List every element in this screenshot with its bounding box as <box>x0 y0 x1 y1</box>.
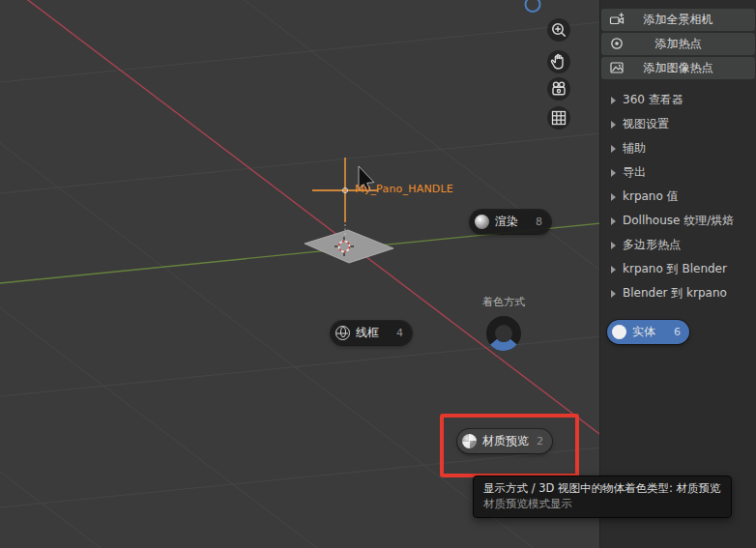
object-label: My_Pano_HANDLE <box>355 183 453 195</box>
zoom-gadget-button[interactable] <box>547 18 570 42</box>
add-image-hotspot-label: 添加图像热点 <box>644 60 713 76</box>
pie-item-render-label: 渲染 <box>495 214 518 230</box>
section-blender-to-krpano[interactable]: Blender 到 krpano <box>600 281 756 305</box>
side-panel: 添加全景相机 添加热点 添加图像热点 <box>599 0 756 548</box>
chevron-right-icon <box>611 97 616 104</box>
chevron-right-icon <box>611 217 616 225</box>
pie-item-solid-label: 实体 <box>632 324 655 340</box>
hotspot-icon <box>609 36 625 51</box>
chevron-right-icon <box>611 169 616 177</box>
section-export[interactable]: 导出 <box>600 160 756 185</box>
hand-icon <box>547 50 570 73</box>
pie-item-wireframe[interactable]: 线框 4 <box>331 321 412 345</box>
pie-item-wireframe-label: 线框 <box>356 325 379 341</box>
pie-menu-title: 着色方式 <box>455 295 552 309</box>
chevron-right-icon <box>611 145 616 153</box>
add-pano-camera-label: 添加全景相机 <box>644 12 713 28</box>
section-auxiliary[interactable]: 辅助 <box>600 136 756 160</box>
pie-item-material-preview[interactable]: 材质预览 2 <box>457 429 552 453</box>
chevron-right-icon <box>611 121 616 129</box>
chevron-right-icon <box>611 242 616 249</box>
add-pano-camera-button[interactable]: 添加全景相机 <box>601 9 755 31</box>
camera-icon <box>547 77 570 101</box>
image-hotspot-icon <box>609 60 625 75</box>
pie-item-wireframe-key: 4 <box>396 327 403 339</box>
pano-camera-icon <box>609 12 625 27</box>
add-hotspot-button[interactable]: 添加热点 <box>601 33 755 55</box>
add-hotspot-label: 添加热点 <box>655 36 702 52</box>
zoom-icon <box>547 18 570 42</box>
section-krpano-values[interactable]: krpano 值 <box>600 185 756 209</box>
add-image-hotspot-button[interactable]: 添加图像热点 <box>601 57 755 79</box>
section-krpano-to-blender[interactable]: krpano 到 Blender <box>600 257 756 281</box>
solid-sphere-icon <box>612 325 626 339</box>
chevron-right-icon <box>611 193 616 201</box>
section-view-settings[interactable]: 视图设置 <box>600 112 756 136</box>
pie-menu-direction-widget <box>482 312 525 355</box>
tooltip: 显示方式 / 3D 视图中的物体着色类型: 材质预览 材质预览模式显示 <box>473 476 732 518</box>
pie-item-solid-key: 6 <box>674 326 681 338</box>
section-dollhouse-bake[interactable]: Dollhouse 纹理/烘焙 <box>600 209 756 233</box>
tooltip-line1: 显示方式 / 3D 视图中的物体着色类型: 材质预览 <box>483 480 721 497</box>
blender-window: My_Pano_HANDLE <box>0 0 756 548</box>
pie-item-material-preview-label: 材质预览 <box>482 433 529 449</box>
pie-item-solid[interactable]: 实体 6 <box>607 320 689 344</box>
chevron-right-icon <box>611 266 616 274</box>
chevron-right-icon <box>611 290 616 298</box>
section-360-viewer[interactable]: 360 查看器 <box>600 88 756 112</box>
grid-icon <box>547 106 570 130</box>
pie-item-render-key: 8 <box>536 216 542 228</box>
render-sphere-icon <box>475 215 489 229</box>
pie-item-material-preview-key: 2 <box>537 435 543 447</box>
trackball-circle <box>526 0 540 12</box>
wireframe-sphere-icon <box>335 326 350 340</box>
material-sphere-icon <box>462 434 477 448</box>
panel-sections: 360 查看器 视图设置 辅助 导出 krpano 值 Dollhouse 纹理… <box>600 88 756 305</box>
orthographic-gadget-button[interactable] <box>547 106 570 130</box>
section-polygon-hotspot[interactable]: 多边形热点 <box>600 233 756 257</box>
tooltip-line2: 材质预览模式显示 <box>483 497 721 511</box>
pan-gadget-button[interactable] <box>547 50 570 73</box>
camera-view-gadget-button[interactable] <box>547 77 570 101</box>
pie-item-render[interactable]: 渲染 8 <box>470 210 551 234</box>
